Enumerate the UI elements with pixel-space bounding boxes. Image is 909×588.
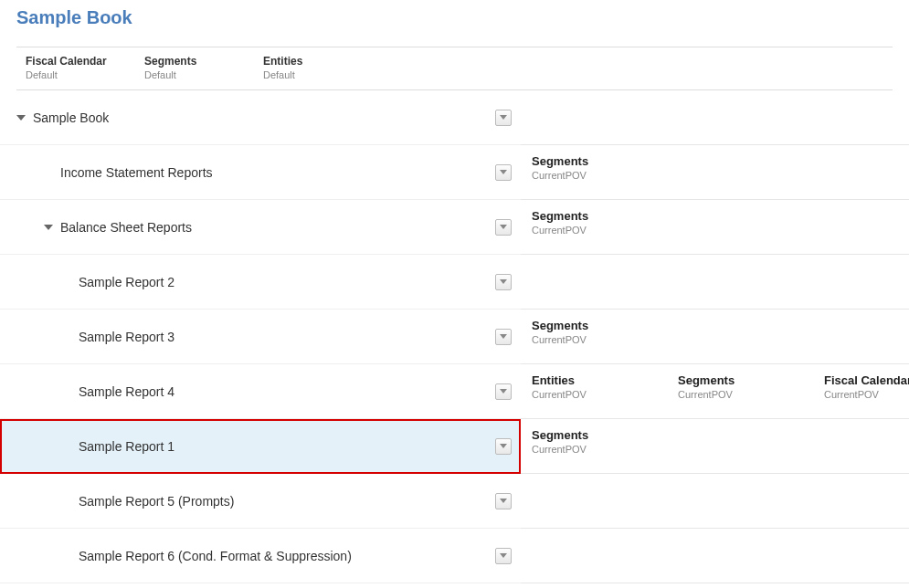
pov-label: Segments	[532, 154, 678, 168]
pov-panel: Segments CurrentPOV Segments CurrentPOV …	[521, 90, 909, 583]
row-menu-button[interactable]	[495, 548, 512, 564]
filter-segments[interactable]: Segments Default	[135, 55, 254, 80]
tree-node-sample-report-6[interactable]: Sample Report 6 (Cond. Format & Suppress…	[0, 529, 521, 583]
filter-entities[interactable]: Entities Default	[254, 55, 373, 80]
pov-segments[interactable]: Segments CurrentPOV	[532, 154, 678, 181]
expand-icon[interactable]	[44, 225, 53, 230]
pov-label: Segments	[678, 373, 824, 387]
pov-label: Entities	[532, 373, 678, 387]
tree-label: Balance Sheet Reports	[60, 220, 192, 235]
tree-label: Sample Report 2	[79, 275, 174, 289]
tree-label: Sample Report 5 (Prompts)	[79, 494, 234, 509]
pov-segments[interactable]: Segments CurrentPOV	[532, 428, 678, 455]
pov-segments[interactable]: Segments CurrentPOV	[532, 209, 678, 236]
tree-label: Sample Report 1	[79, 439, 174, 454]
row-menu-button[interactable]	[495, 219, 512, 236]
tree-label: Sample Book	[33, 110, 109, 125]
chevron-down-icon	[500, 279, 507, 284]
pov-row	[521, 474, 909, 529]
filter-value: Default	[144, 69, 254, 80]
tree-panel: Sample Book Income Statement Reports Bal…	[0, 90, 521, 583]
pov-row	[521, 529, 909, 583]
chevron-down-icon	[500, 170, 507, 174]
filter-label: Fiscal Calendar	[26, 55, 135, 68]
chevron-down-icon	[500, 553, 507, 558]
pov-value: CurrentPOV	[532, 334, 678, 345]
tree-node-sample-report-5[interactable]: Sample Report 5 (Prompts)	[0, 474, 521, 529]
tree-node-root[interactable]: Sample Book	[0, 90, 521, 145]
pov-label: Segments	[532, 319, 678, 332]
pov-value: CurrentPOV	[824, 389, 909, 400]
row-menu-button[interactable]	[495, 274, 512, 290]
row-menu-button[interactable]	[495, 329, 512, 345]
pov-segments[interactable]: Segments CurrentPOV	[532, 319, 678, 345]
chevron-down-icon	[500, 389, 507, 394]
filter-value: Default	[26, 69, 135, 80]
pov-row[interactable]: Segments CurrentPOV	[521, 310, 909, 364]
pov-value: CurrentPOV	[532, 170, 678, 181]
pov-value: CurrentPOV	[532, 225, 678, 236]
pov-row	[521, 255, 909, 310]
row-menu-button[interactable]	[495, 110, 512, 126]
pov-row	[521, 90, 909, 145]
filter-bar: Fiscal Calendar Default Segments Default…	[16, 47, 893, 90]
row-menu-button[interactable]	[495, 493, 512, 509]
chevron-down-icon	[500, 115, 507, 120]
tree-label: Income Statement Reports	[60, 165, 213, 180]
tree-label: Sample Report 6 (Cond. Format & Suppress…	[79, 549, 352, 563]
filter-label: Segments	[144, 55, 254, 68]
tree-label: Sample Report 4	[79, 384, 174, 399]
tree-node-sample-report-4[interactable]: Sample Report 4	[0, 364, 521, 419]
pov-fiscal-calendar[interactable]: Fiscal Calendar CurrentPOV	[824, 373, 909, 400]
filter-value: Default	[263, 69, 373, 80]
pov-value: CurrentPOV	[532, 389, 678, 400]
pov-row[interactable]: Segments CurrentPOV	[521, 145, 909, 200]
tree-node-sample-report-2[interactable]: Sample Report 2	[0, 255, 521, 310]
pov-label: Segments	[532, 428, 678, 442]
page-title: Sample Book	[0, 0, 909, 34]
chevron-down-icon	[500, 225, 507, 229]
row-menu-button[interactable]	[495, 438, 512, 455]
pov-row[interactable]: Entities CurrentPOV Segments CurrentPOV …	[521, 364, 909, 419]
chevron-down-icon	[500, 444, 507, 448]
tree-node-sample-report-1[interactable]: Sample Report 1	[0, 419, 521, 474]
pov-label: Fiscal Calendar	[824, 373, 909, 387]
pov-value: CurrentPOV	[532, 444, 678, 455]
pov-entities[interactable]: Entities CurrentPOV	[532, 373, 678, 400]
pov-row[interactable]: Segments CurrentPOV	[521, 419, 909, 474]
chevron-down-icon	[500, 334, 507, 339]
chevron-down-icon	[500, 499, 507, 503]
tree-label: Sample Report 3	[79, 330, 174, 344]
main-content: Sample Book Income Statement Reports Bal…	[0, 90, 893, 583]
row-menu-button[interactable]	[495, 383, 512, 400]
expand-icon[interactable]	[16, 115, 26, 121]
pov-label: Segments	[532, 209, 678, 223]
tree-node-balance-sheet[interactable]: Balance Sheet Reports	[0, 200, 521, 255]
pov-value: CurrentPOV	[678, 389, 824, 400]
pov-row[interactable]: Segments CurrentPOV	[521, 200, 909, 255]
row-menu-button[interactable]	[495, 164, 512, 181]
tree-node-sample-report-3[interactable]: Sample Report 3	[0, 310, 521, 364]
filter-label: Entities	[263, 55, 373, 68]
pov-segments[interactable]: Segments CurrentPOV	[678, 373, 824, 400]
filter-fiscal-calendar[interactable]: Fiscal Calendar Default	[16, 55, 135, 80]
tree-node-income-statement[interactable]: Income Statement Reports	[0, 145, 521, 200]
